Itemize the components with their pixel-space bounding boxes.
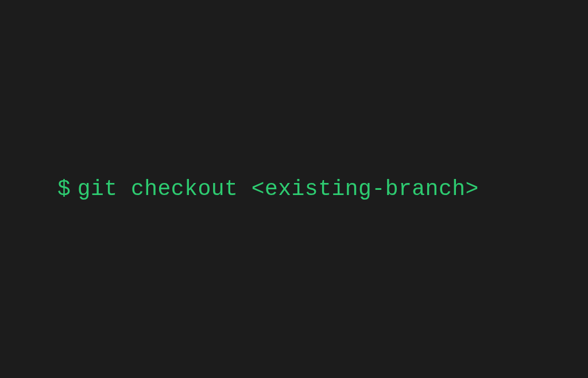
terminal-command-line: $git checkout <existing-branch> <box>57 177 479 201</box>
command-text: git checkout <existing-branch> <box>78 177 479 201</box>
prompt-symbol: $ <box>57 177 71 201</box>
